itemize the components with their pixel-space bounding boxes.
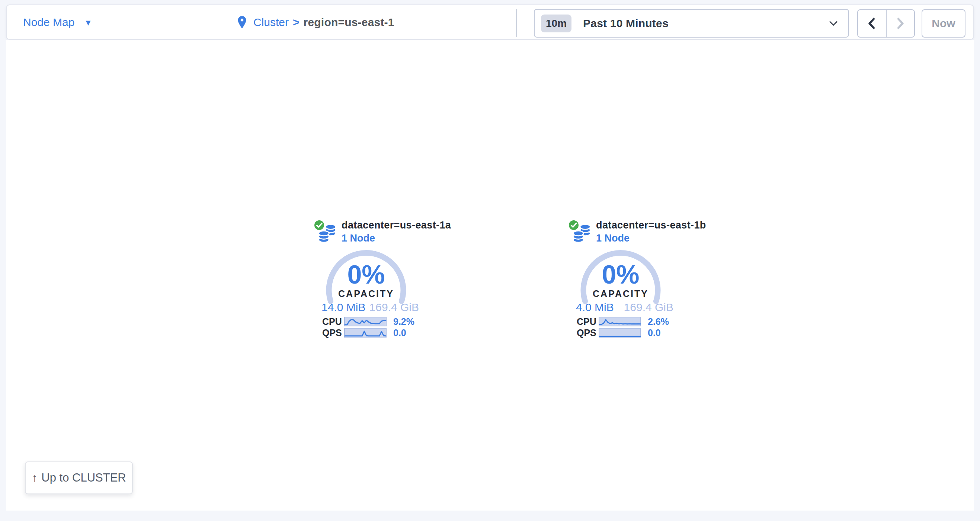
breadcrumb-cluster-link[interactable]: Cluster [253, 16, 289, 29]
metric-row-cpu: CPU 2.6% [552, 317, 686, 327]
breadcrumb-current: region=us-east-1 [304, 16, 395, 29]
arrow-up-icon: ↑ [32, 472, 38, 484]
caret-down-icon: ▾ [86, 18, 91, 27]
status-ok-check-icon [567, 219, 580, 231]
capacity-label: CAPACITY [581, 288, 661, 299]
cpu-sparkline [599, 317, 641, 327]
view-selector-dropdown[interactable]: Node Map ▾ [23, 5, 91, 39]
node-map-canvas: datacenter=us-east-1a 1 Node 0% CAPACITY… [6, 40, 974, 511]
cpu-sparkline [344, 317, 387, 327]
locality-card-us-east-1b[interactable]: datacenter=us-east-1b 1 Node 0% CAPACITY… [552, 218, 686, 341]
chevron-down-icon [829, 21, 838, 26]
up-to-cluster-button[interactable]: ↑ Up to CLUSTER [25, 462, 133, 494]
time-back-button[interactable] [858, 10, 887, 37]
metric-value: 2.6% [648, 316, 669, 327]
capacity-used: 4.0 MiB [576, 301, 614, 314]
qps-sparkline [599, 328, 641, 338]
metric-row-qps: QPS 0.0 [298, 328, 431, 338]
chevron-right-icon [896, 16, 905, 31]
location-pin-icon [237, 16, 247, 29]
capacity-values: 14.0 MiB 169.4 GiB [321, 301, 419, 314]
topbar: Node Map ▾ Cluster > region=us-east-1 10… [6, 5, 974, 40]
locality-title: datacenter=us-east-1a [342, 220, 451, 231]
capacity-values: 4.0 MiB 169.4 GiB [576, 301, 673, 314]
capacity-percent: 0% [326, 261, 406, 288]
up-to-cluster-label: Up to CLUSTER [41, 471, 126, 484]
locality-node-count: 1 Node [596, 233, 630, 244]
metric-label: CPU [322, 316, 342, 327]
locality-card-us-east-1a[interactable]: datacenter=us-east-1a 1 Node 0% CAPACITY… [298, 218, 431, 341]
metric-row-qps: QPS 0.0 [552, 328, 686, 338]
capacity-total: 169.4 GiB [369, 301, 419, 314]
time-range-select[interactable]: 10m Past 10 Minutes [534, 9, 849, 38]
capacity-used: 14.0 MiB [321, 301, 365, 314]
time-range-badge: 10m [541, 14, 571, 32]
status-ok-check-icon [313, 219, 326, 231]
time-range-label: Past 10 Minutes [583, 17, 668, 30]
view-selector-label: Node Map [23, 16, 75, 29]
breadcrumb: Cluster > region=us-east-1 [237, 5, 395, 39]
metric-value: 0.0 [648, 328, 661, 338]
metric-value: 0.0 [393, 328, 406, 338]
metric-label: CPU [577, 316, 597, 327]
metric-label: QPS [577, 328, 597, 338]
metric-row-cpu: CPU 9.2% [298, 317, 431, 327]
capacity-total: 169.4 GiB [624, 301, 673, 314]
capacity-label: CAPACITY [326, 288, 406, 299]
topbar-divider [516, 9, 517, 37]
now-button[interactable]: Now [921, 9, 966, 38]
capacity-percent: 0% [581, 261, 661, 288]
breadcrumb-separator: > [293, 16, 299, 29]
time-forward-button[interactable] [887, 10, 915, 37]
capacity-gauge: 0% CAPACITY [326, 250, 406, 307]
locality-node-count: 1 Node [342, 233, 375, 244]
metric-value: 9.2% [393, 316, 414, 327]
node-map-page: { "colors": { "accent-blue": "#3b7de2", … [0, 0, 980, 521]
chevron-left-icon [867, 16, 877, 31]
locality-title: datacenter=us-east-1b [596, 220, 706, 231]
qps-sparkline [344, 328, 387, 338]
metric-label: QPS [322, 328, 342, 338]
capacity-gauge: 0% CAPACITY [581, 250, 661, 307]
time-nav-group [857, 9, 915, 38]
